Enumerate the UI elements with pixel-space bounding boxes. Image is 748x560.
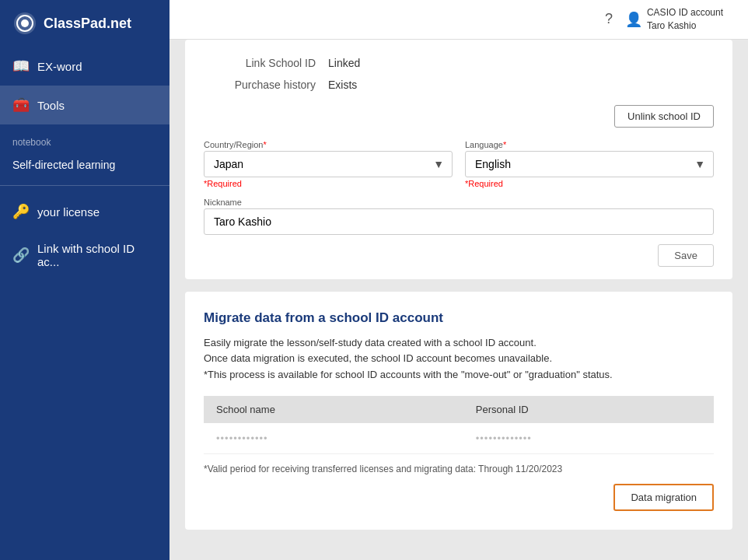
migrate-desc-line3: *This process is available for school ID… xyxy=(204,367,714,383)
nickname-label: Nickname xyxy=(204,198,714,207)
migrate-card: Migrate data from a school ID account Ea… xyxy=(185,292,732,530)
sidebar-item-ex-word-label: EX-word xyxy=(37,60,82,73)
account-menu[interactable]: 👤 CASIO ID account Taro Kashio xyxy=(625,6,723,33)
nickname-input[interactable] xyxy=(204,209,713,234)
table-col-school-name: School name xyxy=(204,396,463,423)
sidebar-item-self-directed[interactable]: Self-directed learning xyxy=(0,151,170,179)
link-school-id-row: Link School ID Linked xyxy=(204,52,714,74)
help-icon[interactable]: ? xyxy=(605,11,613,27)
table-col-personal-id: Personal ID xyxy=(463,396,714,423)
blurred-personal-id: ••••••••••••• xyxy=(476,432,532,444)
ex-word-icon: 📖 xyxy=(12,58,30,75)
language-group: Language* English ▼ *Required xyxy=(465,140,714,188)
sidebar: ClassPad.net 📖 EX-word 🧰 Tools notebook … xyxy=(0,0,170,560)
unlink-btn-row: Unlink school ID xyxy=(204,105,714,128)
purchase-history-row: Purchase history Exists xyxy=(204,74,714,96)
table-row: •••••••••••• ••••••••••••• xyxy=(204,423,714,454)
migrate-desc-line1: Easily migrate the lesson/self-study dat… xyxy=(204,335,714,352)
form-row-country-language: Country/Region* Japan ▼ *Required xyxy=(204,140,714,188)
logo-icon xyxy=(12,11,37,36)
nickname-input-wrapper xyxy=(204,208,714,235)
link-icon: 🔗 xyxy=(12,247,30,264)
page-content: Link School ID Linked Purchase history E… xyxy=(170,40,748,530)
migrate-desc: Easily migrate the lesson/self-study dat… xyxy=(204,335,714,383)
nickname-group: Nickname xyxy=(204,198,714,235)
country-label: Country/Region* xyxy=(204,140,453,149)
sidebar-item-tools[interactable]: 🧰 Tools xyxy=(0,86,170,124)
language-select[interactable]: English xyxy=(466,152,713,177)
account-line2: Taro Kashio xyxy=(647,19,723,33)
country-required-text: *Required xyxy=(204,179,453,188)
migrate-desc-line2: Once data migration is executed, the sch… xyxy=(204,351,714,367)
link-school-id-label: Link School ID xyxy=(204,57,328,69)
self-directed-label: Self-directed learning xyxy=(12,159,115,171)
tools-icon: 🧰 xyxy=(12,96,30,114)
language-select-wrapper: English ▼ xyxy=(465,151,714,177)
purchase-history-label: Purchase history xyxy=(204,79,328,91)
link-school-label: Link with school ID ac... xyxy=(37,242,157,268)
country-select-wrapper: Japan ▼ xyxy=(204,151,453,177)
migrate-title: Migrate data from a school ID account xyxy=(204,310,714,326)
account-icon: 👤 xyxy=(625,11,642,28)
country-select[interactable]: Japan xyxy=(204,152,452,177)
top-card: Link School ID Linked Purchase history E… xyxy=(185,40,732,279)
blurred-school-name: •••••••••••• xyxy=(216,432,268,444)
table-cell-personal-id: ••••••••••••• xyxy=(463,423,714,454)
license-icon: 🔑 xyxy=(12,203,30,220)
header-bar: ? 👤 CASIO ID account Taro Kashio xyxy=(170,0,748,40)
account-form: Country/Region* Japan ▼ *Required xyxy=(204,140,714,267)
data-migration-button[interactable]: Data migration xyxy=(613,484,714,511)
save-btn-row: Save xyxy=(204,244,714,267)
sidebar-item-ex-word[interactable]: 📖 EX-word xyxy=(0,47,170,86)
unlink-school-id-button[interactable]: Unlink school ID xyxy=(614,105,714,128)
migrate-table: School name Personal ID •••••••••••• •••… xyxy=(204,396,714,454)
purchase-history-value: Exists xyxy=(328,79,357,91)
main-content: ? 👤 CASIO ID account Taro Kashio Link Sc… xyxy=(170,0,748,560)
valid-period-text: *Valid period for receiving transferred … xyxy=(204,464,714,474)
svg-point-2 xyxy=(21,19,29,27)
logo-text: ClassPad.net xyxy=(44,16,131,32)
table-cell-school-name: •••••••••••• xyxy=(204,423,463,454)
sidebar-item-tools-label: Tools xyxy=(37,99,65,112)
sidebar-item-link-school[interactable]: 🔗 Link with school ID ac... xyxy=(0,231,170,279)
sidebar-nav: 📖 EX-word 🧰 Tools notebook Self-directed… xyxy=(0,47,170,279)
account-line1: CASIO ID account xyxy=(647,6,723,19)
your-license-label: your license xyxy=(37,205,100,219)
sidebar-section-notebook: notebook xyxy=(0,124,170,151)
sidebar-item-your-license[interactable]: 🔑 your license xyxy=(0,192,170,231)
sidebar-divider xyxy=(0,185,170,186)
language-required-text: *Required xyxy=(465,179,714,188)
link-school-id-value: Linked xyxy=(328,57,360,69)
save-button[interactable]: Save xyxy=(658,244,714,267)
data-migration-btn-row: Data migration xyxy=(204,484,714,511)
logo[interactable]: ClassPad.net xyxy=(0,0,170,47)
country-region-group: Country/Region* Japan ▼ *Required xyxy=(204,140,453,188)
language-label: Language* xyxy=(465,140,714,149)
account-info: CASIO ID account Taro Kashio xyxy=(647,6,723,33)
